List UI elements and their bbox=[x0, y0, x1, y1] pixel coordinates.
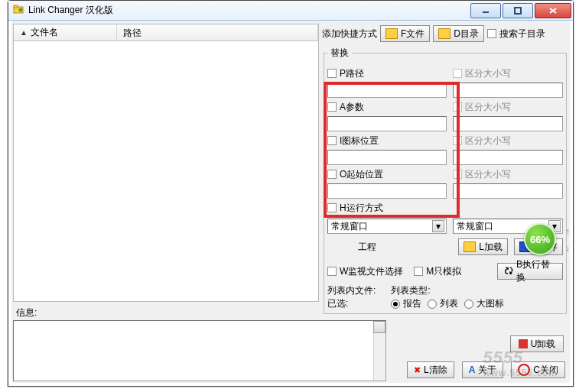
arrow-up-icon[interactable]: ↑ bbox=[565, 226, 574, 237]
maximize-button[interactable] bbox=[503, 3, 533, 18]
scrollbar[interactable] bbox=[373, 321, 385, 381]
simulate-checkbox[interactable]: M只模拟 bbox=[414, 265, 461, 278]
args-checkbox[interactable]: A参数 bbox=[327, 101, 364, 114]
path-from-input[interactable] bbox=[327, 83, 447, 98]
icon-checkbox[interactable]: I图标位置 bbox=[327, 134, 379, 147]
args-case-checkbox[interactable]: 区分大小写 bbox=[453, 101, 511, 114]
execute-button[interactable]: 🗘B执行替换 bbox=[497, 263, 563, 280]
add-dir-button[interactable]: D目录 bbox=[433, 25, 484, 42]
right-panel: 添加快捷方式 F文件 D目录 搜索子目录 替换 P路径 区分大小写 A参数 区分… bbox=[322, 24, 568, 302]
app-window: Link Changer 汉化版 ▲文件名 路径 添加快捷方式 F文件 D目录 bbox=[8, 0, 574, 387]
load-button[interactable]: L加载 bbox=[458, 238, 508, 255]
file-list-header: ▲文件名 路径 bbox=[14, 24, 318, 41]
col-path[interactable]: 路径 bbox=[117, 24, 318, 40]
app-icon bbox=[13, 4, 24, 17]
minimize-button[interactable] bbox=[470, 3, 501, 18]
svg-rect-4 bbox=[515, 8, 521, 14]
progress-badge[interactable]: 66% bbox=[524, 223, 556, 255]
titlebar: Link Changer 汉化版 bbox=[8, 1, 573, 21]
about-button[interactable]: 关于 bbox=[462, 361, 504, 378]
watch-checkbox[interactable]: W监视文件选择 bbox=[327, 265, 403, 278]
path-checkbox[interactable]: P路径 bbox=[327, 67, 364, 80]
close-button[interactable]: C关闭 bbox=[511, 361, 565, 378]
file-list[interactable]: ▲文件名 路径 bbox=[13, 24, 319, 302]
chevron-down-icon: ▾ bbox=[432, 220, 444, 232]
replace-legend: 替换 bbox=[327, 47, 352, 60]
unload-button[interactable]: U卸载 bbox=[510, 335, 564, 352]
add-shortcut-label: 添加快捷方式 bbox=[322, 28, 377, 40]
path-to-input[interactable] bbox=[453, 83, 563, 98]
col-filename[interactable]: ▲文件名 bbox=[14, 24, 117, 40]
run-from-select[interactable]: 常规窗口▾ bbox=[327, 219, 447, 234]
run-checkbox[interactable]: H运行方式 bbox=[327, 202, 383, 215]
path-case-checkbox[interactable]: 区分大小写 bbox=[453, 67, 511, 80]
start-from-input[interactable] bbox=[327, 183, 447, 199]
info-textarea[interactable] bbox=[13, 320, 386, 381]
start-case-checkbox[interactable]: 区分大小写 bbox=[453, 168, 511, 181]
project-label: 工程 bbox=[327, 241, 376, 254]
side-arrows: ↑↓ bbox=[565, 226, 574, 254]
execute-icon: 🗘 bbox=[504, 266, 513, 277]
start-to-input[interactable] bbox=[453, 183, 563, 199]
replace-group: 替换 P路径 区分大小写 A参数 区分大小写 I图标位置 区分大小写 bbox=[324, 47, 567, 314]
add-file-button[interactable]: F文件 bbox=[380, 25, 430, 42]
svg-rect-1 bbox=[14, 5, 18, 8]
svg-point-2 bbox=[19, 8, 23, 12]
search-subdir-checkbox[interactable]: 搜索子目录 bbox=[487, 28, 545, 40]
client-area: ▲文件名 路径 添加快捷方式 F文件 D目录 搜索子目录 替换 P路径 区分大小… bbox=[11, 21, 570, 383]
icon-case-checkbox[interactable]: 区分大小写 bbox=[453, 134, 511, 147]
sort-indicator-icon: ▲ bbox=[20, 28, 28, 37]
start-checkbox[interactable]: O起始位置 bbox=[327, 168, 383, 181]
close-window-button[interactable] bbox=[535, 3, 571, 18]
app-title: Link Changer 汉化版 bbox=[28, 4, 113, 17]
scroll-up-icon[interactable] bbox=[373, 321, 385, 333]
arrow-down-icon[interactable]: ↓ bbox=[565, 243, 574, 254]
info-label: 信息: bbox=[16, 306, 37, 319]
icon-to-input[interactable] bbox=[453, 150, 563, 165]
args-from-input[interactable] bbox=[327, 116, 447, 131]
args-to-input[interactable] bbox=[453, 116, 563, 131]
icon-from-input[interactable] bbox=[327, 150, 447, 165]
clear-button[interactable]: L清除 bbox=[407, 361, 454, 378]
